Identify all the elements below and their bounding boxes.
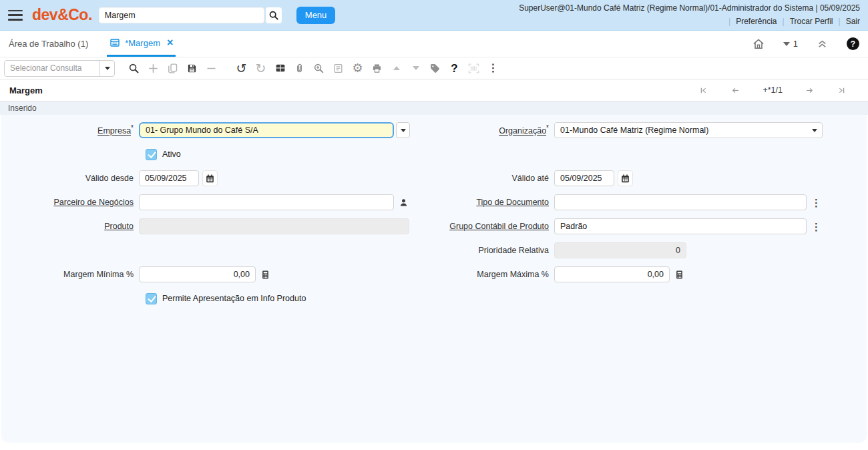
window-toolbar: ↺ ↻ ⚙ ? ⋮: [0, 57, 868, 79]
divider: |: [839, 15, 841, 29]
app-logo: dev&Co.: [32, 6, 92, 24]
first-record-icon[interactable]: [698, 85, 708, 95]
parceiro-field[interactable]: [139, 194, 394, 210]
business-partner-icon[interactable]: [399, 198, 409, 208]
margem-minima-field[interactable]: [139, 266, 256, 282]
chevron-down-icon[interactable]: [99, 61, 114, 76]
prioridade-field: [554, 242, 686, 258]
valido-ate-field[interactable]: [554, 170, 614, 186]
global-search: [99, 7, 282, 23]
valido-ate-label: Válido até: [435, 174, 554, 183]
chevron-down-icon: [783, 42, 790, 46]
open-windows-count: 1: [793, 39, 798, 49]
chat-notes-icon[interactable]: [329, 59, 348, 77]
organizacao-field[interactable]: 01-Mundo Café Matriz (Regime Normal): [554, 122, 823, 138]
required-marker: *: [131, 124, 134, 132]
permite-info-checkbox[interactable]: [146, 293, 157, 304]
margem-maxima-field[interactable]: [554, 266, 670, 282]
produto-label[interactable]: Produto: [104, 222, 134, 231]
find-icon[interactable]: [124, 59, 144, 77]
label-tag-icon[interactable]: [425, 59, 445, 77]
process-gear-icon[interactable]: ⚙: [348, 59, 367, 77]
tab-margem[interactable]: *Margem ×: [107, 31, 176, 57]
print-icon[interactable]: [367, 59, 387, 77]
collapse-all-icon[interactable]: [816, 37, 829, 50]
close-tab-icon[interactable]: ×: [167, 37, 173, 48]
grupo-contabil-field[interactable]: [554, 218, 807, 234]
copy-record-icon[interactable]: [163, 59, 182, 77]
logout-link[interactable]: Sair: [846, 15, 860, 29]
previous-record-icon[interactable]: [730, 85, 740, 95]
divider: |: [728, 15, 730, 29]
new-record-icon[interactable]: [144, 59, 163, 77]
empresa-dropdown-icon[interactable]: [396, 122, 410, 138]
search-icon[interactable]: [266, 7, 282, 23]
more-options-icon[interactable]: ⋮: [483, 59, 503, 77]
help-icon[interactable]: ?: [847, 37, 859, 50]
parceiro-label[interactable]: Parceiro de Negócios: [53, 198, 134, 207]
required-marker: *: [546, 124, 549, 132]
delete-record-icon[interactable]: [202, 59, 221, 77]
form-panel: Empresa* Organização* 01-Mundo Café Matr…: [1, 115, 867, 443]
save-icon[interactable]: [182, 59, 202, 77]
requery-icon[interactable]: ↻: [251, 59, 270, 77]
window-icon: [110, 37, 120, 48]
margem-maxima-label: Margem Máxima %: [435, 270, 554, 279]
divider: |: [783, 15, 785, 29]
preference-link[interactable]: Preferência: [736, 15, 777, 29]
calculator-icon[interactable]: [674, 270, 684, 280]
switch-role-link[interactable]: Trocar Perfil: [790, 15, 833, 29]
menu-button[interactable]: Menu: [296, 7, 336, 24]
hamburger-menu-icon[interactable]: [8, 10, 23, 21]
detail-record-icon[interactable]: [406, 59, 425, 77]
tab-workspace[interactable]: Área de Trabalho (1): [9, 31, 88, 57]
next-record-icon[interactable]: [805, 85, 815, 95]
page-title: Margem: [9, 85, 43, 95]
zoom-across-icon[interactable]: [309, 59, 329, 77]
record-options-icon[interactable]: ⋮: [811, 222, 821, 232]
calculator-icon[interactable]: [260, 270, 270, 280]
grupo-contabil-label[interactable]: Grupo Contábil de Produto: [449, 222, 549, 231]
last-record-icon[interactable]: [837, 85, 847, 95]
tipo-documento-field[interactable]: [554, 194, 807, 210]
home-icon[interactable]: [752, 37, 765, 51]
record-position: +*1/1: [763, 85, 783, 95]
organizacao-label[interactable]: Organização: [499, 127, 546, 136]
app-header: dev&Co. Menu SuperUser@01-Mundo Café Mat…: [0, 0, 868, 31]
parent-record-icon[interactable]: [387, 59, 406, 77]
help-icon[interactable]: ?: [445, 59, 464, 77]
tab-margem-label: *Margem: [125, 38, 160, 48]
permite-info-label: Permite Apresentação em Info Produto: [162, 294, 306, 303]
calendar-icon[interactable]: [202, 170, 218, 186]
tab-bar: Área de Trabalho (1) *Margem × 1 ?: [0, 31, 868, 57]
tipo-documento-label[interactable]: Tipo de Documento: [476, 198, 549, 207]
saved-query-combobox[interactable]: [4, 60, 115, 77]
ativo-checkbox[interactable]: [146, 149, 157, 160]
ativo-label: Ativo: [162, 150, 181, 159]
chevron-down-icon: [812, 129, 817, 132]
record-options-icon[interactable]: ⋮: [811, 198, 821, 208]
calendar-icon[interactable]: [618, 170, 633, 186]
record-titlebar: Margem +*1/1: [0, 79, 868, 101]
margem-minima-label: Margem Mínima %: [1, 270, 139, 279]
empresa-field[interactable]: [139, 122, 394, 138]
barcode-scan-icon[interactable]: [464, 59, 483, 77]
valido-desde-field[interactable]: [139, 170, 199, 186]
status-badge: Inserido: [0, 101, 868, 115]
valido-desde-label: Válido desde: [1, 174, 139, 183]
saved-query-input[interactable]: [5, 63, 99, 73]
user-session-info: SuperUser@01-Mundo Café Matriz (Regime N…: [519, 2, 860, 15]
prioridade-label: Prioridade Relativa: [435, 246, 554, 255]
undo-icon[interactable]: ↺: [232, 59, 251, 77]
produto-field: [139, 218, 409, 234]
open-windows-selector[interactable]: 1: [783, 39, 798, 49]
empresa-label[interactable]: Empresa: [97, 127, 131, 136]
grid-toggle-icon[interactable]: [270, 59, 290, 77]
attachment-icon[interactable]: [290, 59, 309, 77]
global-search-input[interactable]: [99, 7, 264, 23]
